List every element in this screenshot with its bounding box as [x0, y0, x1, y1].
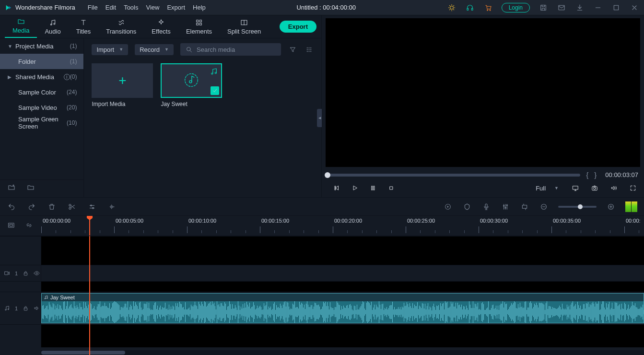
lock-icon[interactable] — [23, 305, 29, 312]
audio-mixer-icon[interactable] — [501, 202, 510, 212]
download-icon[interactable] — [575, 3, 585, 12]
open-folder-icon[interactable] — [27, 184, 35, 192]
audio-track-content[interactable]: Jay Sweet — [41, 292, 644, 324]
headphones-icon[interactable] — [465, 3, 475, 12]
search-input[interactable] — [197, 46, 277, 53]
marker-icon[interactable] — [462, 202, 472, 212]
render-preview-icon[interactable] — [443, 202, 453, 212]
track-manager-icon[interactable] — [8, 222, 16, 230]
menu-view[interactable]: View — [146, 4, 159, 11]
svg-point-20 — [308, 49, 309, 50]
tab-effects[interactable]: Effects — [144, 16, 178, 38]
grid-view-icon[interactable] — [304, 45, 314, 54]
video-track-1[interactable]: 1 — [0, 265, 644, 281]
import-dropdown[interactable]: Import▼ — [92, 44, 128, 55]
zoom-in-icon[interactable] — [606, 202, 616, 212]
video-track-content[interactable] — [41, 265, 644, 281]
tab-transitions[interactable]: Transitions — [98, 16, 144, 38]
transitions-icon — [117, 18, 126, 27]
tab-splitscreen[interactable]: Split Screen — [220, 16, 269, 38]
search-box[interactable] — [180, 43, 281, 56]
menu-export[interactable]: Export — [167, 4, 185, 11]
eye-icon[interactable] — [34, 270, 40, 277]
filter-icon[interactable] — [288, 45, 297, 54]
crop-icon[interactable] — [520, 202, 529, 212]
playhead[interactable] — [89, 216, 90, 236]
message-icon[interactable] — [557, 3, 566, 12]
scrub-knob[interactable] — [325, 172, 330, 178]
mark-in-icon[interactable]: { — [586, 171, 588, 179]
voiceover-icon[interactable] — [481, 202, 491, 212]
media-tile-jay-sweet[interactable]: Jay Sweet — [161, 63, 222, 107]
preview-viewport[interactable] — [326, 18, 640, 167]
audio-wave-button[interactable] — [107, 202, 117, 212]
menu-edit[interactable]: Edit — [105, 4, 116, 11]
menu-tools[interactable]: Tools — [124, 4, 138, 11]
save-icon[interactable] — [539, 3, 548, 12]
tab-media[interactable]: Media — [5, 15, 37, 38]
snapshot-icon[interactable] — [589, 183, 600, 193]
lock-icon[interactable] — [23, 270, 29, 277]
tips-icon[interactable] — [447, 3, 457, 12]
fullscreen-icon[interactable] — [628, 183, 638, 193]
zoom-knob[interactable] — [578, 204, 583, 209]
menu-help[interactable]: Help — [193, 4, 206, 11]
panel-collapse-handle[interactable] — [317, 109, 322, 127]
chevron-down-icon: ▼ — [8, 44, 13, 49]
sparkle-icon — [157, 18, 165, 27]
zoom-out-icon[interactable] — [539, 202, 549, 212]
sidebar-item-sample-green-screen[interactable]: Sample Green Screen (10) — [0, 115, 83, 130]
scrollbar-thumb[interactable] — [41, 351, 125, 355]
svg-point-34 — [594, 187, 596, 189]
edit-settings-button[interactable] — [87, 202, 97, 212]
volume-icon[interactable] — [609, 183, 619, 193]
close-icon[interactable] — [630, 3, 639, 12]
audio-meter[interactable] — [625, 201, 637, 212]
stop-button[interactable] — [386, 183, 397, 193]
cart-icon[interactable] — [483, 3, 493, 12]
tab-audio[interactable]: Audio — [37, 16, 68, 38]
scrub-row: { } 00:00:03:07 — [322, 169, 644, 181]
audio-track-1[interactable]: 1 Jay Sweet — [0, 292, 644, 324]
sidebar-item-folder[interactable]: Folder (1) — [0, 54, 83, 69]
audio-clip-jay-sweet[interactable]: Jay Sweet — [41, 293, 644, 323]
tab-titles[interactable]: Titles — [69, 16, 99, 38]
display-icon[interactable] — [570, 183, 581, 193]
undo-button[interactable] — [7, 202, 16, 212]
info-icon[interactable]: i — [64, 74, 70, 80]
scrub-bar[interactable] — [328, 174, 580, 177]
speaker-icon[interactable] — [34, 305, 40, 312]
sidebar-item-project-media[interactable]: ▼ Project Media (1) — [0, 38, 83, 54]
minimize-icon[interactable] — [593, 3, 603, 12]
sidebar-item-sample-video[interactable]: Sample Video (20) — [0, 100, 83, 115]
link-icon[interactable] — [25, 222, 34, 230]
sidebar-item-sample-color[interactable]: Sample Color (24) — [0, 84, 83, 100]
track-spacer-bottom — [0, 324, 644, 347]
timeline-h-scrollbar[interactable] — [41, 350, 644, 355]
split-button[interactable] — [67, 202, 77, 212]
zoom-slider[interactable] — [558, 206, 597, 208]
ruler-row: 00:00:00:0000:00:05:0000:00:10:0000:00:1… — [0, 216, 644, 236]
audio-track-head: 1 — [0, 292, 41, 324]
export-button[interactable]: Export — [280, 21, 316, 33]
mark-out-icon[interactable]: } — [594, 171, 597, 179]
delete-button[interactable] — [47, 202, 57, 212]
sidebar-item-shared-media[interactable]: ▶ Shared Media i (0) — [0, 69, 83, 84]
tab-elements[interactable]: Elements — [178, 16, 220, 38]
maximize-icon[interactable] — [611, 3, 621, 12]
new-folder-icon[interactable] — [8, 184, 16, 192]
preview-quality-select[interactable]: Full▼ — [533, 184, 562, 193]
login-button[interactable]: Login — [502, 3, 530, 12]
menu-file[interactable]: File — [88, 4, 98, 11]
svg-rect-13 — [199, 23, 201, 25]
import-media-tile[interactable]: + Import Media — [92, 63, 153, 107]
prev-frame-button[interactable] — [331, 183, 342, 193]
play-button[interactable] — [350, 183, 360, 193]
playhead-line[interactable] — [89, 236, 90, 355]
svg-rect-5 — [541, 5, 546, 10]
redo-button[interactable] — [27, 202, 36, 212]
timeline-ruler[interactable]: 00:00:00:0000:00:05:0000:00:10:0000:00:1… — [41, 216, 644, 236]
pause-button[interactable] — [368, 183, 378, 193]
record-dropdown[interactable]: Record▼ — [135, 44, 174, 55]
svg-point-28 — [215, 72, 217, 74]
